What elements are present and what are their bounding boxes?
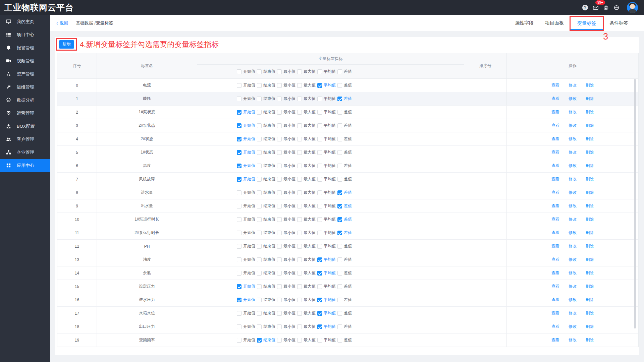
- checkbox-end[interactable]: [257, 231, 262, 235]
- tab-variable-tags[interactable]: 变量标签: [570, 16, 604, 31]
- delete-link[interactable]: 删除: [586, 123, 594, 128]
- checkbox-avg[interactable]: [317, 298, 322, 302]
- view-link[interactable]: 查看: [551, 337, 559, 343]
- checkbox-end[interactable]: [257, 97, 262, 101]
- delete-link[interactable]: 删除: [586, 337, 594, 343]
- checkbox-diff[interactable]: [337, 231, 342, 235]
- checkbox-end[interactable]: [257, 190, 262, 195]
- tab-attr-fields[interactable]: 属性字段: [509, 15, 539, 31]
- view-link[interactable]: 查看: [551, 257, 559, 262]
- checkbox-start[interactable]: [237, 324, 241, 329]
- view-link[interactable]: 查看: [551, 96, 559, 102]
- view-link[interactable]: 查看: [551, 82, 559, 88]
- delete-link[interactable]: 删除: [586, 109, 594, 115]
- edit-link[interactable]: 修改: [569, 203, 577, 209]
- checkbox-end[interactable]: [257, 69, 262, 74]
- checkbox-avg[interactable]: [317, 123, 322, 128]
- checkbox-diff[interactable]: [337, 204, 342, 208]
- checkbox-max[interactable]: [297, 177, 302, 182]
- edit-link[interactable]: 修改: [569, 217, 577, 222]
- checkbox-avg[interactable]: [317, 244, 322, 249]
- checkbox-avg[interactable]: [317, 110, 322, 115]
- edit-link[interactable]: 修改: [569, 82, 577, 88]
- view-link[interactable]: 查看: [551, 243, 559, 249]
- checkbox-max[interactable]: [297, 110, 302, 115]
- checkbox-avg[interactable]: [317, 284, 322, 289]
- delete-link[interactable]: 删除: [586, 257, 594, 262]
- delete-link[interactable]: 删除: [586, 136, 594, 142]
- delete-link[interactable]: 删除: [586, 270, 594, 276]
- delete-link[interactable]: 删除: [586, 176, 594, 182]
- checkbox-start[interactable]: [237, 284, 241, 289]
- delete-link[interactable]: 删除: [586, 163, 594, 169]
- checkbox-end[interactable]: [257, 137, 262, 141]
- checkbox-diff[interactable]: [337, 338, 342, 343]
- edit-link[interactable]: 修改: [569, 337, 577, 343]
- edit-link[interactable]: 修改: [569, 297, 577, 303]
- checkbox-start[interactable]: [237, 298, 241, 302]
- checkbox-end[interactable]: [257, 324, 262, 329]
- checkbox-min[interactable]: [277, 244, 282, 249]
- checkbox-min[interactable]: [277, 150, 282, 155]
- checkbox-max[interactable]: [297, 83, 302, 88]
- checkbox-avg[interactable]: [317, 311, 322, 316]
- checkbox-max[interactable]: [297, 298, 302, 302]
- view-link[interactable]: 查看: [551, 217, 559, 222]
- sidebar-item-customer-mgmt[interactable]: 客户管理: [0, 133, 50, 146]
- checkbox-max[interactable]: [297, 231, 302, 235]
- checkbox-min[interactable]: [277, 231, 282, 235]
- checkbox-min[interactable]: [277, 97, 282, 101]
- checkbox-max[interactable]: [297, 311, 302, 316]
- checkbox-end[interactable]: [257, 83, 262, 88]
- delete-link[interactable]: 删除: [586, 96, 594, 102]
- delete-link[interactable]: 删除: [586, 324, 594, 329]
- checkbox-min[interactable]: [277, 324, 282, 329]
- checkbox-start[interactable]: [237, 83, 241, 88]
- checkbox-min[interactable]: [277, 338, 282, 343]
- delete-link[interactable]: 删除: [586, 230, 594, 236]
- checkbox-max[interactable]: [297, 257, 302, 262]
- checkbox-end[interactable]: [257, 311, 262, 316]
- checkbox-diff[interactable]: [337, 257, 342, 262]
- checkbox-start[interactable]: [237, 97, 241, 101]
- checkbox-max[interactable]: [297, 324, 302, 329]
- sidebar-item-app-center[interactable]: 应用中心: [0, 159, 50, 172]
- checkbox-end[interactable]: [257, 177, 262, 182]
- delete-link[interactable]: 删除: [586, 190, 594, 195]
- checkbox-avg[interactable]: [317, 150, 322, 155]
- view-link[interactable]: 查看: [551, 163, 559, 169]
- user-avatar[interactable]: [627, 2, 638, 13]
- checkbox-start[interactable]: [237, 217, 241, 222]
- checkbox-diff[interactable]: [337, 123, 342, 128]
- checkbox-avg[interactable]: [317, 69, 322, 74]
- checkbox-start[interactable]: [237, 338, 241, 343]
- checkbox-avg[interactable]: [317, 204, 322, 208]
- edit-link[interactable]: 修改: [569, 136, 577, 142]
- checkbox-min[interactable]: [277, 271, 282, 276]
- checkbox-max[interactable]: [297, 123, 302, 128]
- checkbox-min[interactable]: [277, 190, 282, 195]
- delete-link[interactable]: 删除: [586, 310, 594, 316]
- checkbox-end[interactable]: [257, 257, 262, 262]
- checkbox-min[interactable]: [277, 69, 282, 74]
- checkbox-min[interactable]: [277, 177, 282, 182]
- view-link[interactable]: 查看: [551, 203, 559, 209]
- checkbox-min[interactable]: [277, 123, 282, 128]
- view-link[interactable]: 查看: [551, 190, 559, 195]
- checkbox-min[interactable]: [277, 137, 282, 141]
- checkbox-avg[interactable]: [317, 190, 322, 195]
- checkbox-avg[interactable]: [317, 137, 322, 141]
- checkbox-max[interactable]: [297, 244, 302, 249]
- checkbox-diff[interactable]: [337, 110, 342, 115]
- view-link[interactable]: 查看: [551, 123, 559, 128]
- checkbox-max[interactable]: [297, 137, 302, 141]
- checkbox-start[interactable]: [237, 177, 241, 182]
- checkbox-start[interactable]: [237, 69, 241, 74]
- edit-link[interactable]: 修改: [569, 257, 577, 262]
- checkbox-max[interactable]: [297, 338, 302, 343]
- back-button[interactable]: ‹ 返回: [56, 20, 68, 26]
- checkbox-diff[interactable]: [337, 324, 342, 329]
- checkbox-end[interactable]: [257, 150, 262, 155]
- checkbox-max[interactable]: [297, 271, 302, 276]
- checkbox-min[interactable]: [277, 110, 282, 115]
